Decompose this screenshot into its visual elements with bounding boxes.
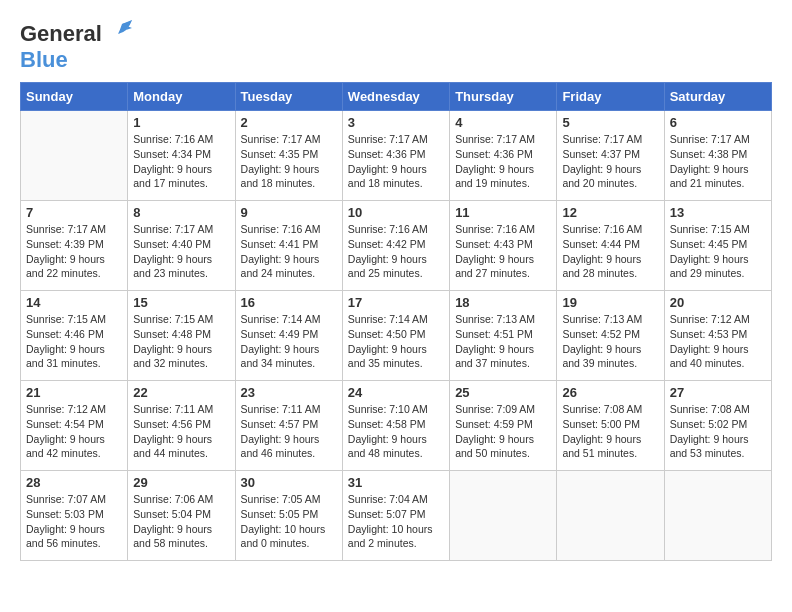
calendar-cell: 10Sunrise: 7:16 AM Sunset: 4:42 PM Dayli… [342,201,449,291]
day-info: Sunrise: 7:15 AM Sunset: 4:45 PM Dayligh… [670,222,766,281]
calendar-cell: 2Sunrise: 7:17 AM Sunset: 4:35 PM Daylig… [235,111,342,201]
calendar-cell: 29Sunrise: 7:06 AM Sunset: 5:04 PM Dayli… [128,471,235,561]
day-number: 26 [562,385,658,400]
calendar-cell: 1Sunrise: 7:16 AM Sunset: 4:34 PM Daylig… [128,111,235,201]
day-number: 7 [26,205,122,220]
day-number: 22 [133,385,229,400]
day-info: Sunrise: 7:05 AM Sunset: 5:05 PM Dayligh… [241,492,337,551]
calendar-cell: 26Sunrise: 7:08 AM Sunset: 5:00 PM Dayli… [557,381,664,471]
day-info: Sunrise: 7:16 AM Sunset: 4:43 PM Dayligh… [455,222,551,281]
calendar-cell: 4Sunrise: 7:17 AM Sunset: 4:36 PM Daylig… [450,111,557,201]
calendar-cell: 7Sunrise: 7:17 AM Sunset: 4:39 PM Daylig… [21,201,128,291]
day-number: 28 [26,475,122,490]
day-of-week-header: Monday [128,83,235,111]
day-of-week-header: Sunday [21,83,128,111]
day-number: 2 [241,115,337,130]
calendar-cell: 16Sunrise: 7:14 AM Sunset: 4:49 PM Dayli… [235,291,342,381]
calendar-cell: 13Sunrise: 7:15 AM Sunset: 4:45 PM Dayli… [664,201,771,291]
day-info: Sunrise: 7:17 AM Sunset: 4:39 PM Dayligh… [26,222,122,281]
day-number: 8 [133,205,229,220]
day-info: Sunrise: 7:17 AM Sunset: 4:38 PM Dayligh… [670,132,766,191]
day-number: 23 [241,385,337,400]
calendar-cell: 17Sunrise: 7:14 AM Sunset: 4:50 PM Dayli… [342,291,449,381]
logo: GeneralBlue [20,20,134,72]
calendar-cell: 14Sunrise: 7:15 AM Sunset: 4:46 PM Dayli… [21,291,128,381]
day-number: 14 [26,295,122,310]
day-info: Sunrise: 7:14 AM Sunset: 4:50 PM Dayligh… [348,312,444,371]
calendar-cell: 22Sunrise: 7:11 AM Sunset: 4:56 PM Dayli… [128,381,235,471]
day-info: Sunrise: 7:12 AM Sunset: 4:54 PM Dayligh… [26,402,122,461]
day-number: 10 [348,205,444,220]
day-number: 15 [133,295,229,310]
day-info: Sunrise: 7:11 AM Sunset: 4:56 PM Dayligh… [133,402,229,461]
calendar-cell: 3Sunrise: 7:17 AM Sunset: 4:36 PM Daylig… [342,111,449,201]
calendar-cell: 9Sunrise: 7:16 AM Sunset: 4:41 PM Daylig… [235,201,342,291]
day-info: Sunrise: 7:04 AM Sunset: 5:07 PM Dayligh… [348,492,444,551]
day-info: Sunrise: 7:16 AM Sunset: 4:34 PM Dayligh… [133,132,229,191]
calendar-cell: 6Sunrise: 7:17 AM Sunset: 4:38 PM Daylig… [664,111,771,201]
day-info: Sunrise: 7:13 AM Sunset: 4:52 PM Dayligh… [562,312,658,371]
calendar-week-row: 28Sunrise: 7:07 AM Sunset: 5:03 PM Dayli… [21,471,772,561]
day-info: Sunrise: 7:16 AM Sunset: 4:44 PM Dayligh… [562,222,658,281]
day-number: 21 [26,385,122,400]
day-info: Sunrise: 7:10 AM Sunset: 4:58 PM Dayligh… [348,402,444,461]
day-info: Sunrise: 7:17 AM Sunset: 4:37 PM Dayligh… [562,132,658,191]
calendar-cell: 11Sunrise: 7:16 AM Sunset: 4:43 PM Dayli… [450,201,557,291]
day-number: 17 [348,295,444,310]
day-info: Sunrise: 7:17 AM Sunset: 4:35 PM Dayligh… [241,132,337,191]
calendar-cell: 5Sunrise: 7:17 AM Sunset: 4:37 PM Daylig… [557,111,664,201]
day-of-week-header: Tuesday [235,83,342,111]
calendar-cell: 20Sunrise: 7:12 AM Sunset: 4:53 PM Dayli… [664,291,771,381]
logo-text-block: GeneralBlue [20,20,134,72]
calendar-week-row: 1Sunrise: 7:16 AM Sunset: 4:34 PM Daylig… [21,111,772,201]
day-info: Sunrise: 7:15 AM Sunset: 4:48 PM Dayligh… [133,312,229,371]
calendar-week-row: 14Sunrise: 7:15 AM Sunset: 4:46 PM Dayli… [21,291,772,381]
calendar-cell: 30Sunrise: 7:05 AM Sunset: 5:05 PM Dayli… [235,471,342,561]
day-info: Sunrise: 7:06 AM Sunset: 5:04 PM Dayligh… [133,492,229,551]
calendar-cell: 15Sunrise: 7:15 AM Sunset: 4:48 PM Dayli… [128,291,235,381]
calendar-cell: 18Sunrise: 7:13 AM Sunset: 4:51 PM Dayli… [450,291,557,381]
calendar-cell: 8Sunrise: 7:17 AM Sunset: 4:40 PM Daylig… [128,201,235,291]
day-of-week-header: Friday [557,83,664,111]
day-number: 5 [562,115,658,130]
calendar-cell [557,471,664,561]
day-info: Sunrise: 7:08 AM Sunset: 5:00 PM Dayligh… [562,402,658,461]
calendar-table: SundayMondayTuesdayWednesdayThursdayFrid… [20,82,772,561]
day-info: Sunrise: 7:11 AM Sunset: 4:57 PM Dayligh… [241,402,337,461]
calendar-cell: 25Sunrise: 7:09 AM Sunset: 4:59 PM Dayli… [450,381,557,471]
day-number: 24 [348,385,444,400]
day-number: 6 [670,115,766,130]
day-info: Sunrise: 7:12 AM Sunset: 4:53 PM Dayligh… [670,312,766,371]
day-number: 16 [241,295,337,310]
day-number: 19 [562,295,658,310]
day-number: 12 [562,205,658,220]
day-number: 13 [670,205,766,220]
calendar-cell: 19Sunrise: 7:13 AM Sunset: 4:52 PM Dayli… [557,291,664,381]
calendar-cell: 24Sunrise: 7:10 AM Sunset: 4:58 PM Dayli… [342,381,449,471]
day-of-week-header: Saturday [664,83,771,111]
calendar-cell: 31Sunrise: 7:04 AM Sunset: 5:07 PM Dayli… [342,471,449,561]
day-info: Sunrise: 7:13 AM Sunset: 4:51 PM Dayligh… [455,312,551,371]
day-number: 27 [670,385,766,400]
day-number: 3 [348,115,444,130]
day-info: Sunrise: 7:08 AM Sunset: 5:02 PM Dayligh… [670,402,766,461]
calendar-week-row: 7Sunrise: 7:17 AM Sunset: 4:39 PM Daylig… [21,201,772,291]
logo-general: General [20,22,102,46]
logo-blue: Blue [20,47,68,72]
calendar-cell [21,111,128,201]
day-number: 9 [241,205,337,220]
day-info: Sunrise: 7:17 AM Sunset: 4:40 PM Dayligh… [133,222,229,281]
day-of-week-header: Thursday [450,83,557,111]
calendar-cell: 28Sunrise: 7:07 AM Sunset: 5:03 PM Dayli… [21,471,128,561]
day-number: 1 [133,115,229,130]
day-number: 20 [670,295,766,310]
day-info: Sunrise: 7:16 AM Sunset: 4:42 PM Dayligh… [348,222,444,281]
day-number: 31 [348,475,444,490]
day-info: Sunrise: 7:15 AM Sunset: 4:46 PM Dayligh… [26,312,122,371]
day-number: 25 [455,385,551,400]
day-info: Sunrise: 7:09 AM Sunset: 4:59 PM Dayligh… [455,402,551,461]
day-info: Sunrise: 7:17 AM Sunset: 4:36 PM Dayligh… [348,132,444,191]
page-header: GeneralBlue [20,20,772,72]
day-info: Sunrise: 7:16 AM Sunset: 4:41 PM Dayligh… [241,222,337,281]
calendar-cell: 21Sunrise: 7:12 AM Sunset: 4:54 PM Dayli… [21,381,128,471]
